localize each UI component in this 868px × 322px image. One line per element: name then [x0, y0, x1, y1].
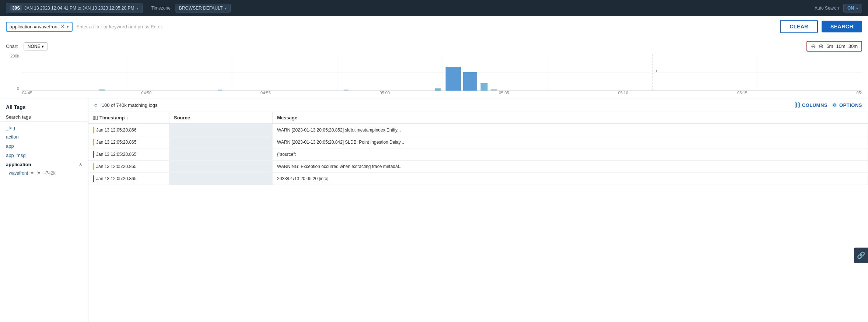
- search-input-placeholder[interactable]: Enter a filter or keyword and press Ente…: [76, 24, 776, 29]
- header-timestamp-label: Timestamp: [99, 115, 125, 120]
- timestamp-value-2: Jan 13 12:05:20.865: [96, 152, 136, 157]
- sidebar-item-app[interactable]: app: [0, 141, 88, 151]
- cell-timestamp-4: Jan 13 12:05:20.865: [88, 173, 169, 185]
- header-timestamp: Timestamp ↓: [88, 112, 169, 123]
- zoom-30m-button[interactable]: 30m: [848, 43, 858, 49]
- clear-button[interactable]: CLEAR: [780, 20, 818, 33]
- zoom-in-button[interactable]: ⊕: [819, 43, 823, 50]
- sidebar-sub-wavefront[interactable]: wavefront = != ~742k: [0, 169, 88, 177]
- severity-indicator-4: [93, 175, 94, 182]
- cell-message-4: 2023/01/13 20:05:20 [info]: [273, 173, 868, 185]
- options-gear-icon: [832, 102, 837, 108]
- chart-header: Chart NONE ▾ ⊖ ⊕ 5m 10m 30m: [6, 41, 862, 52]
- chart-section: Chart NONE ▾ ⊖ ⊕ 5m 10m 30m 200k 0: [0, 37, 868, 98]
- svg-rect-16: [481, 83, 488, 91]
- results-header: « 100 of 740k matching logs COLUMNS OPTI…: [88, 98, 868, 112]
- y-label-bottom: 0: [6, 86, 19, 91]
- severity-indicator-0: [93, 127, 94, 133]
- severity-indicator-2: [93, 151, 94, 158]
- time-range-selector[interactable]: 39S JAN 13 2023 12:04:41 PM to JAN 13 20…: [6, 3, 143, 13]
- link-icon-panel[interactable]: 🔗: [854, 248, 868, 263]
- message-value-3: WARNING: Exception occurred when extract…: [277, 164, 403, 169]
- table-row[interactable]: Jan 13 12:05:20.865 {"source":: [88, 148, 868, 161]
- column-split-icon: [93, 115, 98, 120]
- message-value-2: {"source":: [277, 152, 296, 157]
- x-label-7: 05:: [857, 91, 862, 98]
- cell-message-3: WARNING: Exception occurred when extract…: [273, 161, 868, 172]
- sidebar-sub-wavefront-label: wavefront: [9, 171, 28, 176]
- auto-search-value: ON: [847, 6, 854, 11]
- sidebar-item-application[interactable]: application ∧: [0, 160, 88, 169]
- table-row[interactable]: Jan 13 12:05:20.865 WARNING: Exception o…: [88, 161, 868, 173]
- x-label-2: 04:55: [260, 91, 271, 98]
- filter-dropdown-button[interactable]: ▾: [67, 24, 69, 29]
- chart-type-value: NONE: [28, 44, 41, 49]
- sidebar-item-tag-label: _tag: [6, 125, 15, 130]
- search-button[interactable]: SEARCH: [822, 21, 862, 32]
- cell-message-1: WARN [2023-01-13 20:05:20,842] SLDB: Poi…: [273, 136, 868, 148]
- table-header: Timestamp ↓ Source Message: [88, 112, 868, 124]
- message-value-0: WARN [2023-01-13 20:05:20,852] sldb.time…: [277, 127, 401, 133]
- cell-source-3: [169, 161, 273, 172]
- y-label-top: 200k: [6, 54, 19, 58]
- cell-message-2: {"source":: [273, 148, 868, 160]
- x-label-1: 04:50: [141, 91, 152, 98]
- results-count: 100 of 740k matching logs: [102, 102, 790, 108]
- chart-canvas[interactable]: +: [22, 54, 862, 91]
- chart-svg: +: [22, 54, 862, 91]
- filter-remove-button[interactable]: ✕: [61, 24, 64, 29]
- timezone-label: Timezone: [151, 6, 171, 11]
- auto-search-label: Auto Search: [815, 6, 839, 11]
- sort-timestamp-icon[interactable]: ↓: [126, 116, 128, 120]
- main-content: All Tags Search tags _tag action app app…: [0, 98, 868, 322]
- cell-message-0: WARN [2023-01-13 20:05:20,852] sldb.time…: [273, 124, 868, 136]
- svg-rect-14: [446, 67, 461, 91]
- sidebar-item-action-label: action: [6, 134, 19, 140]
- header-source-label: Source: [174, 115, 190, 120]
- sidebar-item-application-label: application: [6, 162, 31, 167]
- search-bar: application = wavefront ✕ ▾ Enter a filt…: [0, 16, 868, 37]
- table-row[interactable]: Jan 13 12:05:20.866 WARN [2023-01-13 20:…: [88, 124, 868, 136]
- cell-source-1: [169, 136, 273, 148]
- options-button[interactable]: OPTIONS: [832, 102, 862, 108]
- results-count-text: 100 of 740k matching logs: [102, 102, 158, 108]
- zoom-10m-button[interactable]: 10m: [836, 43, 845, 49]
- svg-rect-23: [93, 116, 95, 120]
- svg-rect-15: [463, 72, 477, 91]
- auto-search-chevron: ▾: [856, 6, 858, 10]
- columns-button[interactable]: COLUMNS: [795, 102, 827, 108]
- cell-timestamp-3: Jan 13 12:05:20.865: [88, 161, 169, 172]
- search-tags-title: Search tags: [0, 113, 88, 122]
- sidebar-item-action[interactable]: action: [0, 132, 88, 141]
- chart-type-selector[interactable]: NONE ▾: [24, 42, 48, 50]
- columns-label: COLUMNS: [802, 102, 827, 108]
- timestamp-value-1: Jan 13 12:05:20.865: [96, 140, 136, 145]
- zoom-out-button[interactable]: ⊖: [811, 43, 816, 50]
- cell-timestamp-0: Jan 13 12:05:20.866: [88, 124, 169, 136]
- sidebar-sub-eq[interactable]: =: [31, 171, 34, 176]
- timezone-selector[interactable]: BROWSER DEFAULT ▾: [175, 4, 231, 13]
- options-label: OPTIONS: [839, 102, 862, 108]
- link-icon: 🔗: [857, 252, 865, 259]
- sidebar-sub-neq[interactable]: !=: [36, 171, 40, 176]
- cell-source-0: [169, 124, 273, 136]
- back-arrows-button[interactable]: «: [94, 102, 97, 108]
- svg-rect-24: [96, 116, 98, 120]
- header-message-label: Message: [277, 115, 297, 120]
- table-row[interactable]: Jan 13 12:05:20.865 2023/01/13 20:05:20 …: [88, 173, 868, 185]
- duration-badge: 39S: [10, 5, 22, 11]
- auto-search-toggle[interactable]: ON ▾: [843, 4, 862, 13]
- sidebar-item-tag[interactable]: _tag: [0, 123, 88, 132]
- table-row[interactable]: Jan 13 12:05:20.865 WARN [2023-01-13 20:…: [88, 136, 868, 148]
- x-label-4: 05:05: [499, 91, 509, 98]
- svg-rect-20: [795, 103, 797, 107]
- sidebar-item-app-msg-label: app_msg: [6, 153, 25, 158]
- top-bar: 39S JAN 13 2023 12:04:41 PM to JAN 13 20…: [0, 0, 868, 16]
- header-source: Source: [169, 112, 273, 123]
- svg-rect-21: [798, 103, 799, 107]
- sidebar-item-app-msg[interactable]: app_msg: [0, 151, 88, 160]
- right-panel: « 100 of 740k matching logs COLUMNS OPTI…: [88, 98, 868, 322]
- chart-y-labels: 200k 0: [6, 54, 21, 91]
- zoom-5m-button[interactable]: 5m: [826, 43, 833, 49]
- filter-tag[interactable]: application = wavefront ✕ ▾: [6, 22, 73, 32]
